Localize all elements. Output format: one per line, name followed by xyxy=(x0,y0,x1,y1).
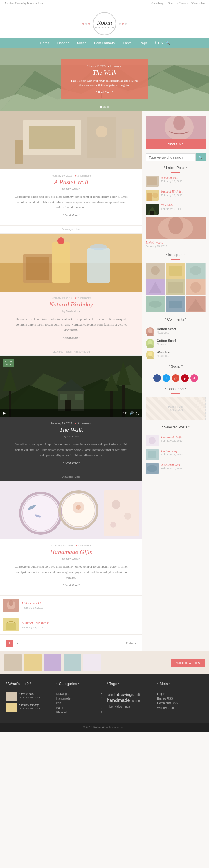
play-button[interactable]: ▶ xyxy=(3,410,6,415)
footer-tag-gift[interactable]: gift xyxy=(136,693,140,696)
selected-post-title-1[interactable]: Handmade Gifts xyxy=(161,435,183,439)
volume-icon[interactable]: 🔊 xyxy=(130,411,134,415)
footer-tag-map[interactable]: map xyxy=(124,705,130,708)
read-more-walk[interactable]: * Read More * xyxy=(6,461,136,464)
footer-cat-knit[interactable]: knit3 xyxy=(56,702,102,705)
nav-gutenberg[interactable]: Gutenberg xyxy=(151,2,163,5)
footer-tag-misc[interactable]: misc xyxy=(107,705,113,708)
insta-item-4[interactable] xyxy=(146,279,165,296)
read-more-handmade[interactable]: * Read More * xyxy=(6,584,136,587)
footer-tag-drawings[interactable]: drawings xyxy=(117,692,133,697)
main-content: February 19, 2019 2 comments A Pastel Wa… xyxy=(0,111,142,651)
nav-search-icon[interactable]: 🔍 xyxy=(166,41,170,45)
footer-tag-knitting[interactable]: knitting xyxy=(132,699,142,703)
footer-tag-baked[interactable]: baked xyxy=(107,693,115,696)
insta-item-9[interactable] xyxy=(186,296,206,312)
nav-vine-icon[interactable]: v xyxy=(162,41,163,45)
hero-dot-1[interactable] xyxy=(100,106,102,108)
tag-drawings[interactable]: Drawings xyxy=(62,228,73,231)
selected-post-title-3[interactable]: A Colorful Sea xyxy=(161,463,183,466)
post-title-handmade[interactable]: Handmade Gifts xyxy=(6,548,136,556)
insta-item-6[interactable] xyxy=(186,279,206,296)
tag-drawings2[interactable]: Drawings xyxy=(52,350,63,353)
nav-customize[interactable]: / Customize xyxy=(191,2,205,5)
footer-copyright: © 2019 Robin. All rights reserved. xyxy=(0,723,209,732)
read-more-birthday[interactable]: * Read More * xyxy=(6,336,136,339)
search-button[interactable]: 🔍 xyxy=(195,153,206,161)
nav-fonts[interactable]: Fonts xyxy=(119,38,135,48)
footer-wordpress-link[interactable]: WordPress.org xyxy=(157,706,203,709)
svg-point-97 xyxy=(149,437,156,444)
hero-text: This is a path with over 400m featured i… xyxy=(69,79,140,87)
latest-post-liekes-large: Lieke's World February 19, 2019 xyxy=(146,217,206,248)
nav-facebook-icon[interactable]: f xyxy=(155,41,156,45)
social-twitter-icon[interactable]: t xyxy=(162,374,170,382)
nav-twitter-icon[interactable]: t xyxy=(158,41,159,45)
insta-item-1[interactable] xyxy=(146,263,165,279)
selected-post-info-3: A Colorful Sea February 16, 2019 xyxy=(161,463,183,470)
tag-likes2[interactable]: Likes xyxy=(74,475,80,478)
video-time: 0:11 xyxy=(123,412,127,414)
subscribe-button[interactable]: Subscribe & Follow xyxy=(171,659,205,667)
footer-tags: Tags baked drawings gift handmade knitti… xyxy=(107,682,153,715)
footer-cat-party[interactable]: Party2 xyxy=(56,706,102,709)
selected-post-title-2[interactable]: Cotton Scarf xyxy=(161,449,183,453)
older-link[interactable]: Older » xyxy=(126,642,136,645)
tag-already[interactable]: Already noted xyxy=(74,350,90,353)
latest-post-title-2[interactable]: Natural Birthday xyxy=(161,190,183,193)
insta-item-7[interactable] xyxy=(146,296,165,312)
fullscreen-icon[interactable]: ⛶ xyxy=(136,411,139,415)
small-post-title-tote[interactable]: Summer Tote Bags! xyxy=(22,621,49,625)
insta-item-2[interactable] xyxy=(166,263,185,279)
social-dribbble-icon[interactable]: d xyxy=(190,374,198,382)
nav-header[interactable]: Header xyxy=(53,38,73,48)
footer-cat-pleased[interactable]: Pleased1 xyxy=(56,711,102,714)
footer-cat-handmade[interactable]: Handmade4 xyxy=(56,697,102,700)
nav-shop[interactable]: / Shop xyxy=(166,2,174,5)
footer-login-link[interactable]: Log in xyxy=(157,692,203,695)
hero-read-more[interactable]: * Read More * xyxy=(96,90,113,94)
banner-ad-area[interactable]: Banner Ad 350 × 250 xyxy=(146,397,206,420)
page-2[interactable]: 2 xyxy=(14,640,21,647)
post-excerpt-handmade: Consectetur adipiscing arcu sed diam non… xyxy=(6,564,136,580)
footer-cat-drawings[interactable]: Drawings5 xyxy=(56,692,102,695)
latest-post-liekes-title[interactable]: Lieke's World xyxy=(146,241,206,244)
hero-dot-3[interactable] xyxy=(107,106,109,108)
nav-post-formats[interactable]: Post Formats xyxy=(90,38,119,48)
tag-travel[interactable]: Travel xyxy=(65,350,72,353)
post-meta-handmade: February 19, 2019 1 comment xyxy=(6,544,136,547)
social-pinterest-icon[interactable]: p xyxy=(181,374,189,382)
logo[interactable]: Robin Love & Sewing xyxy=(93,12,116,35)
insta-item-3[interactable] xyxy=(186,263,206,279)
video-progress-bar[interactable] xyxy=(8,412,121,413)
footer-tag-handmade[interactable]: handmade xyxy=(107,698,130,703)
footer-tag-video[interactable]: video xyxy=(115,705,122,708)
latest-post-title-1[interactable]: A Pastel Wall xyxy=(161,176,183,179)
insta-item-5[interactable] xyxy=(166,279,185,296)
post-title-pastel-wall[interactable]: A Pastel Wall xyxy=(6,178,136,186)
footer-hot-title-2[interactable]: Natural Birthday xyxy=(19,703,40,707)
hero-dot-2[interactable] xyxy=(103,106,106,108)
footer-hot-title-1[interactable]: A Pastel Wall xyxy=(19,692,40,695)
latest-posts-title: Latest Posts xyxy=(146,166,206,170)
nav-home[interactable]: Home xyxy=(36,38,53,48)
latest-post-title-3[interactable]: The Walk xyxy=(161,204,183,207)
small-post-title-liekes[interactable]: Lieke's World xyxy=(22,601,43,606)
nav-slider[interactable]: Slider xyxy=(73,38,90,48)
social-facebook-icon[interactable]: f xyxy=(153,374,161,382)
latest-post-liekes-image[interactable] xyxy=(146,217,206,239)
read-more-pastel-wall[interactable]: * Read More * xyxy=(6,214,136,217)
social-googleplus-icon[interactable]: g+ xyxy=(172,374,179,382)
page-1[interactable]: 1 xyxy=(6,640,13,647)
insta-item-8[interactable] xyxy=(166,296,185,312)
post-title-birthday[interactable]: Natural Birthday xyxy=(6,301,136,308)
post-card-handmade: February 19, 2019 1 comment Handmade Gif… xyxy=(0,481,142,595)
nav-page[interactable]: Page xyxy=(135,38,152,48)
footer-entries-link[interactable]: Entries RSS xyxy=(157,697,203,700)
tag-drawings3[interactable]: Drawings xyxy=(62,475,73,478)
nav-contact[interactable]: / Contact xyxy=(177,2,187,5)
post-title-walk[interactable]: The Walk xyxy=(6,426,136,433)
tag-likes[interactable]: Likes xyxy=(74,228,80,231)
search-input[interactable] xyxy=(146,153,195,161)
footer-comments-link[interactable]: Comments RSS xyxy=(157,702,203,705)
